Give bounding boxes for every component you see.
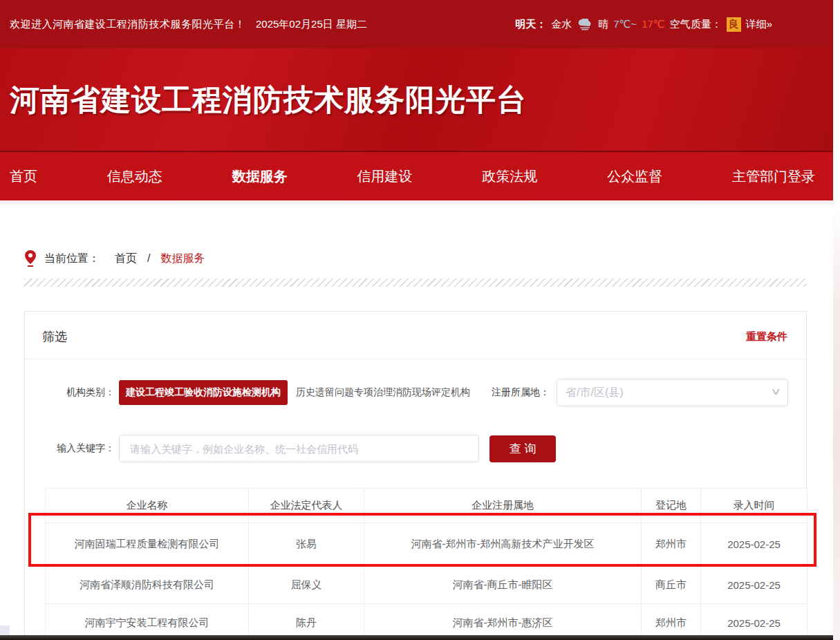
- nav-glow-divider: [0, 200, 833, 207]
- district-label: 金水: [551, 18, 572, 31]
- location-pin-icon: [25, 250, 36, 267]
- search-button[interactable]: 查 询: [489, 435, 556, 462]
- air-quality-badge: 良: [727, 17, 741, 32]
- site-header: 河南省建设工程消防技术服务阳光平台: [0, 48, 833, 151]
- chevron-down-icon: ∨: [770, 386, 781, 397]
- filter-title: 筛选: [42, 328, 67, 345]
- nav-item-home[interactable]: 首页: [10, 167, 37, 186]
- site-title: 河南省建设工程消防技术服务阳光平台: [10, 80, 527, 120]
- temp-high: 17℃: [642, 18, 665, 30]
- filter-row-keyword: 输入关键字： 查 询: [44, 435, 556, 462]
- nav-item-policy[interactable]: 政策法规: [482, 167, 537, 186]
- region-select[interactable]: 省/市/区(县) ∨: [557, 379, 788, 406]
- table-row: 河南固瑞工程质量检测有限公司 张易 河南省-郑州市-郑州高新技术产业开发区 郑州…: [46, 523, 808, 566]
- table-header-row: 企业名称 企业法定代表人 企业注册属地 登记地 录入时间: [46, 489, 808, 523]
- breadcrumb-home-link[interactable]: 首页: [115, 252, 137, 266]
- results-table: 企业名称 企业法定代表人 企业注册属地 登记地 录入时间 河南固瑞工程质量检测有…: [45, 488, 808, 640]
- col-header-legal-rep: 企业法定代表人: [249, 489, 364, 523]
- tomorrow-label: 明天：: [515, 18, 546, 31]
- nav-item-dept-login[interactable]: 主管部门登录: [732, 167, 815, 186]
- keyword-input[interactable]: [119, 435, 479, 462]
- cloud-icon: [577, 19, 593, 30]
- org-type-option-selected[interactable]: 建设工程竣工验收消防设施检测机构: [119, 380, 288, 405]
- cell-legal-rep: 张易: [249, 523, 364, 566]
- col-header-company: 企业名称: [46, 489, 249, 523]
- slash-divider: [24, 279, 807, 287]
- region-label: 注册所属地：: [492, 386, 550, 399]
- reset-filters-link[interactable]: 重置条件: [746, 330, 787, 343]
- nav-item-public-supervision[interactable]: 公众监督: [607, 167, 662, 186]
- org-type-option[interactable]: 历史遗留问题专项治理消防现场评定机构: [296, 386, 470, 399]
- cell-entry-date: 2025-02-25: [701, 523, 808, 566]
- breadcrumb-current[interactable]: 数据服务: [160, 252, 205, 266]
- cell-registration-city: 郑州市: [642, 523, 701, 566]
- filter-row-org-type: 机构类别： 建设工程竣工验收消防设施检测机构 历史遗留问题专项治理消防现场评定机…: [44, 378, 788, 407]
- cell-company: 河南固瑞工程质量检测有限公司: [46, 523, 249, 566]
- air-quality-label: 空气质量：: [670, 18, 722, 31]
- panel-divider: [25, 359, 806, 359]
- breadcrumb: 当前位置： 首页 / 数据服务: [25, 250, 205, 267]
- filter-panel: 筛选 重置条件 机构类别： 建设工程竣工验收消防设施检测机构 历史遗留问题专项治…: [24, 311, 807, 640]
- col-header-registration-city: 登记地: [642, 489, 701, 523]
- cell-legal-rep: 屈保义: [249, 566, 364, 604]
- cell-registered-region: 河南省-商丘市-睢阳区: [364, 566, 642, 604]
- col-header-registered-region: 企业注册属地: [364, 489, 642, 523]
- date-text: 2025年02月25日 星期二: [256, 18, 367, 31]
- weather-widget: 明天： 金水 晴 7℃~ 17℃ 空气质量： 良 详细»: [515, 17, 772, 32]
- region-select-placeholder: 省/市/区(县): [566, 386, 624, 400]
- table-row: 河南省泽顺消防科技有限公司 屈保义 河南省-商丘市-睢阳区 商丘市 2025-0…: [46, 566, 808, 604]
- welcome-text: 欢迎进入河南省建设工程消防技术服务阳光平台！: [10, 18, 245, 31]
- cell-registered-region: 河南省-郑州市-郑州高新技术产业开发区: [364, 523, 642, 566]
- keyword-label: 输入关键字：: [44, 442, 115, 455]
- condition-label: 晴: [598, 18, 608, 31]
- ui-artifact: [0, 625, 10, 635]
- col-header-entry-date: 录入时间: [701, 489, 808, 523]
- cell-company: 河南省泽顺消防科技有限公司: [46, 566, 249, 604]
- cell-entry-date: 2025-02-25: [701, 566, 808, 604]
- nav-item-news[interactable]: 信息动态: [107, 167, 162, 186]
- cell-registration-city: 商丘市: [642, 566, 701, 604]
- temp-low: 7℃~: [613, 18, 637, 30]
- breadcrumb-separator: /: [147, 252, 150, 265]
- org-type-label: 机构类别：: [44, 386, 115, 399]
- main-nav: 首页 信息动态 数据服务 信用建设 政策法规 公众监督 主管部门登录: [0, 151, 833, 200]
- weather-detail-link[interactable]: 详细»: [746, 18, 772, 31]
- nav-item-credit[interactable]: 信用建设: [357, 167, 412, 186]
- breadcrumb-label: 当前位置：: [44, 252, 100, 266]
- scrollbar-track[interactable]: [833, 0, 840, 640]
- topbar: 欢迎进入河南省建设工程消防技术服务阳光平台！ 2025年02月25日 星期二 明…: [0, 0, 833, 48]
- footer-bar: [0, 635, 840, 640]
- nav-item-data-service[interactable]: 数据服务: [232, 167, 288, 186]
